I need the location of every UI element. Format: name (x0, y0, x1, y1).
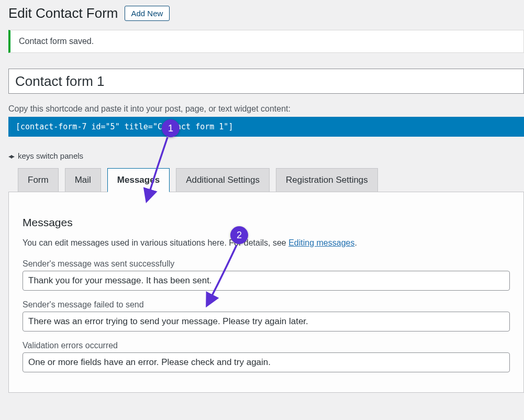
tab-messages[interactable]: Messages (107, 168, 170, 192)
messages-panel: Messages You can edit messages used in v… (8, 192, 524, 393)
keys-switch-label: keys switch panels (18, 151, 83, 160)
notice-saved: Contact form saved. (8, 30, 524, 53)
notice-text: Contact form saved. (19, 37, 94, 46)
tab-additional-settings[interactable]: Additional Settings (176, 168, 270, 192)
tabs-row: Form Mail Messages Additional Settings R… (8, 168, 524, 192)
field-label-validation: Validation errors occurred (23, 341, 510, 350)
messages-heading: Messages (23, 216, 510, 229)
page-title: Edit Contact Form (8, 5, 118, 21)
field-input-send-fail[interactable] (23, 312, 510, 331)
add-new-button[interactable]: Add New (125, 6, 170, 21)
annotation-circle-2: 2 (230, 226, 248, 244)
shortcode-box[interactable]: [contact-form-7 id="5" title="Contact fo… (8, 117, 524, 137)
field-input-validation[interactable] (23, 352, 510, 372)
field-input-sent-success[interactable] (23, 271, 510, 291)
tab-mail[interactable]: Mail (65, 168, 101, 192)
tab-form[interactable]: Form (18, 168, 59, 192)
left-right-arrows-icon: ◂▸ (8, 152, 14, 160)
messages-description: You can edit messages used in various si… (23, 238, 510, 248)
annotation-circle-1: 1 (162, 119, 180, 137)
form-title-input[interactable] (8, 69, 524, 94)
field-label-send-fail: Sender's message failed to send (23, 300, 510, 310)
tab-registration-settings[interactable]: Registration Settings (276, 168, 378, 192)
keys-switch-panels: ◂▸ keys switch panels (8, 151, 524, 160)
desc-pre: You can edit messages used in various si… (23, 238, 288, 247)
shortcode-hint: Copy this shortcode and paste it into yo… (8, 104, 524, 114)
editing-messages-link[interactable]: Editing messages (288, 238, 354, 247)
desc-post: . (354, 238, 356, 247)
field-label-sent-success: Sender's message was sent successfully (23, 259, 510, 269)
